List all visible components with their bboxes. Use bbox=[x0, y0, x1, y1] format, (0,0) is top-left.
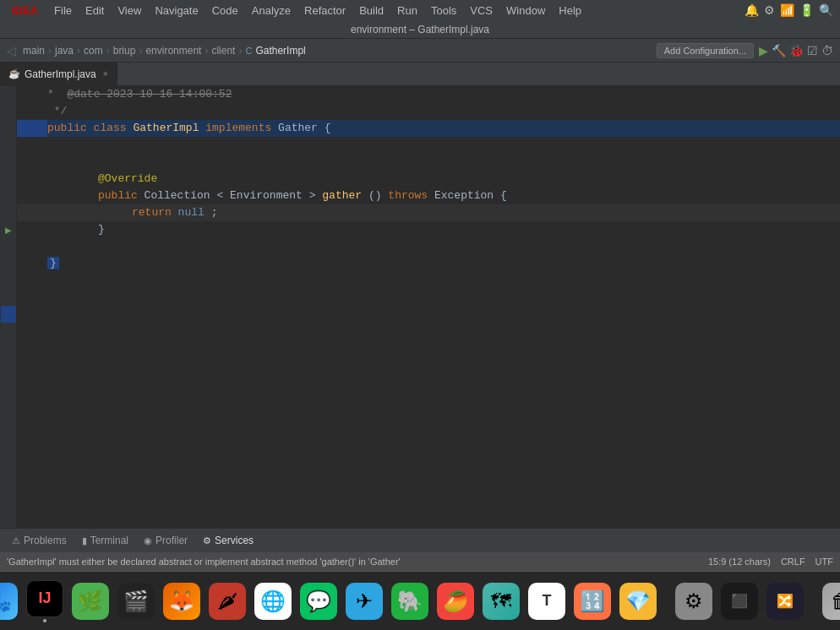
status-bar: 'GatherImpl' must either be declared abs… bbox=[0, 552, 840, 571]
dock-paprika[interactable]: 🌶 bbox=[206, 581, 248, 622]
menu-help[interactable]: Help bbox=[553, 3, 587, 19]
sep5: › bbox=[205, 45, 208, 57]
build-button[interactable]: 🔨 bbox=[772, 44, 786, 57]
menu-analyze[interactable]: Analyze bbox=[246, 3, 297, 19]
menu-run[interactable]: Run bbox=[391, 3, 423, 19]
status-position[interactable]: 15:9 (12 chars) bbox=[708, 557, 771, 567]
menu-window[interactable]: Window bbox=[500, 3, 551, 19]
bottom-tab-problems[interactable]: ⚠ Problems bbox=[5, 532, 74, 549]
dock-sublimemerge[interactable]: 🔀 bbox=[764, 581, 806, 622]
breadcrumb-java[interactable]: java bbox=[55, 45, 74, 57]
menu-view[interactable]: View bbox=[112, 3, 147, 19]
add-config-button[interactable]: Add Configuration... bbox=[657, 43, 754, 58]
dock-chrome[interactable]: 🌐 bbox=[252, 581, 294, 622]
bottom-tab-profiler[interactable]: ◉ Profiler bbox=[137, 532, 194, 549]
nav-back[interactable]: ◁ bbox=[7, 44, 16, 57]
terminal-dock-icon: ⬛ bbox=[721, 583, 758, 620]
tab-close-button[interactable]: × bbox=[103, 69, 108, 79]
window-title: environment – GatherImpl.java bbox=[351, 24, 489, 35]
dock-preferences[interactable]: ⚙ bbox=[673, 581, 715, 622]
tab-bar: ☕ GatherImpl.java × bbox=[0, 62, 840, 86]
breadcrumb-environment[interactable]: environment bbox=[145, 45, 201, 57]
editor-gutter: ▶ bbox=[0, 86, 17, 528]
preferences-icon: ⚙ bbox=[675, 583, 712, 620]
dock-movist[interactable]: 🎬 bbox=[115, 581, 157, 622]
dock-trash[interactable]: 🗑 bbox=[820, 581, 840, 622]
debug-button[interactable]: 🐞 bbox=[789, 44, 804, 57]
coverage-button[interactable]: ☑ bbox=[807, 44, 818, 57]
settings-icon[interactable]: ⚙ bbox=[764, 3, 775, 17]
dock-terminal[interactable]: ⬛ bbox=[718, 581, 761, 622]
sep1: › bbox=[48, 45, 52, 57]
notification-icon[interactable]: 🔔 bbox=[745, 3, 759, 17]
tab-filename: GatherImpl.java bbox=[25, 68, 96, 80]
profile-button[interactable]: ⏱ bbox=[821, 44, 833, 57]
firefox-icon: 🦊 bbox=[163, 583, 200, 620]
nav-arrows: ◁ bbox=[7, 44, 16, 57]
menu-file[interactable]: File bbox=[48, 3, 78, 19]
status-encoding[interactable]: UTF bbox=[815, 557, 833, 567]
editor-wrapper: ▶ * @date 2023-10-16 14:00:52 */ p bbox=[0, 86, 840, 528]
breadcrumb-briup[interactable]: briup bbox=[113, 45, 136, 57]
breadcrumb-gatherimpl[interactable]: GatherImpl bbox=[255, 45, 305, 57]
intellij-icon: IJ bbox=[26, 580, 63, 617]
menu-vcs[interactable]: VCS bbox=[464, 3, 499, 19]
sublimemerge-icon: 🔀 bbox=[766, 583, 804, 620]
dock-sketch[interactable]: 💎 bbox=[617, 581, 659, 622]
code-line-6 bbox=[17, 137, 840, 154]
bottom-tab-terminal[interactable]: ▮ Terminal bbox=[75, 532, 135, 549]
chrome-icon: 🌐 bbox=[254, 583, 292, 620]
menu-navigate[interactable]: Navigate bbox=[149, 3, 204, 19]
dock-maps[interactable]: 🗺 bbox=[480, 581, 522, 622]
trash-icon: 🗑 bbox=[822, 583, 840, 620]
breadcrumb-main[interactable]: main bbox=[23, 45, 45, 57]
services-label: Services bbox=[215, 535, 254, 546]
sep4: › bbox=[139, 45, 142, 57]
sep2: › bbox=[77, 45, 80, 57]
dock-finder[interactable]: 🐾 bbox=[0, 581, 20, 622]
dock-wechat[interactable]: 💬 bbox=[297, 581, 340, 622]
terminal-icon: ▮ bbox=[82, 535, 87, 546]
dock: 🐾 IJ 🌿 🎬 🦊 🌶 🌐 💬 ✈ 🐘 🥭 🗺 T 🔢 💎 bbox=[0, 571, 840, 630]
wifi-icon: 📶 bbox=[780, 3, 794, 17]
dock-firefox[interactable]: 🦊 bbox=[161, 581, 203, 622]
gutter-run-arrow[interactable]: ▶ bbox=[5, 221, 12, 238]
breadcrumb-bar: ◁ main › java › com › briup › environmen… bbox=[0, 39, 840, 62]
problems-icon: ⚠ bbox=[12, 535, 20, 546]
bottom-tabs: ⚠ Problems ▮ Terminal ◉ Profiler ⚙ Servi… bbox=[0, 529, 840, 552]
code-line-12 bbox=[17, 238, 840, 255]
mango-icon: 🥭 bbox=[437, 583, 474, 620]
dock-cachix[interactable]: 🌿 bbox=[69, 581, 112, 622]
gutter-highlight bbox=[1, 306, 16, 323]
status-line-ending[interactable]: CRLF bbox=[781, 557, 805, 567]
dock-intellij[interactable]: IJ bbox=[24, 578, 66, 624]
dock-yinxiang[interactable]: 🐘 bbox=[389, 581, 431, 622]
code-line-11: } bbox=[17, 221, 840, 238]
code-editor[interactable]: * @date 2023-10-16 14:00:52 */ public cl… bbox=[17, 86, 840, 528]
class-icon: C bbox=[245, 46, 252, 56]
running-dot bbox=[43, 619, 46, 622]
search-icon[interactable]: 🔍 bbox=[819, 3, 833, 17]
bottom-panel: ⚠ Problems ▮ Terminal ◉ Profiler ⚙ Servi… bbox=[0, 528, 840, 552]
code-line-8: @Override bbox=[17, 171, 840, 187]
dock-mango[interactable]: 🥭 bbox=[434, 581, 477, 622]
menu-refactor[interactable]: Refactor bbox=[298, 3, 352, 19]
breadcrumb-client[interactable]: client bbox=[211, 45, 235, 57]
cachix-icon: 🌿 bbox=[72, 583, 109, 620]
dock-telegram[interactable]: ✈ bbox=[343, 581, 385, 622]
menu-tools[interactable]: Tools bbox=[425, 3, 462, 19]
tab-gatherimpl[interactable]: ☕ GatherImpl.java × bbox=[0, 62, 117, 86]
bottom-tab-services[interactable]: ⚙ Services bbox=[196, 532, 260, 549]
code-line-13: } bbox=[17, 255, 840, 272]
menu-build[interactable]: Build bbox=[353, 3, 390, 19]
menu-code[interactable]: Code bbox=[206, 3, 244, 19]
dock-soulver[interactable]: 🔢 bbox=[571, 581, 614, 622]
dock-typora[interactable]: T bbox=[526, 581, 568, 622]
java-file-icon: ☕ bbox=[8, 68, 20, 79]
menu-edit[interactable]: Edit bbox=[79, 3, 110, 19]
menu-bar-right: 🔔 ⚙ 📶 🔋 🔍 bbox=[745, 3, 833, 17]
maps-icon: 🗺 bbox=[483, 583, 520, 620]
sketch-icon: 💎 bbox=[619, 583, 657, 620]
run-button[interactable]: ▶ bbox=[759, 44, 768, 57]
breadcrumb-com[interactable]: com bbox=[84, 45, 103, 57]
